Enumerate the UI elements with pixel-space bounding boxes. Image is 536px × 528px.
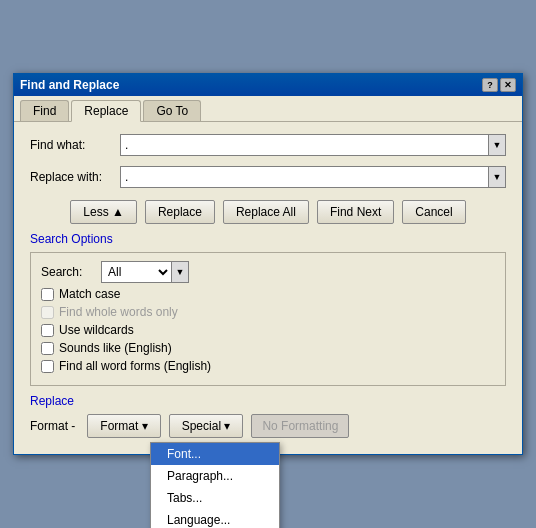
no-formatting-button: No Formatting	[251, 414, 349, 438]
search-select-wrap: All Up Down ▼	[101, 261, 189, 283]
window-title: Find and Replace	[20, 78, 119, 92]
wildcards-label: Use wildcards	[59, 323, 134, 337]
action-buttons: Less ▲ Replace Replace All Find Next Can…	[30, 200, 506, 224]
less-button[interactable]: Less ▲	[70, 200, 137, 224]
search-options-panel: Search: All Up Down ▼ Match case Find wh…	[30, 252, 506, 386]
format-dash-label: Format -	[30, 419, 75, 433]
find-what-input[interactable]	[120, 134, 488, 156]
tab-find[interactable]: Find	[20, 100, 69, 121]
sounds-like-label: Sounds like (English)	[59, 341, 172, 355]
find-what-label: Find what:	[30, 138, 120, 152]
menu-item-tabs[interactable]: Tabs...	[151, 487, 279, 509]
word-forms-checkbox[interactable]	[41, 360, 54, 373]
dialog-content: Find what: ▼ Replace with: ▼ Less ▲ Repl…	[14, 122, 522, 454]
tab-bar: Find Replace Go To	[14, 96, 522, 122]
word-forms-label: Find all word forms (English)	[59, 359, 211, 373]
close-button[interactable]: ✕	[500, 78, 516, 92]
sounds-like-row: Sounds like (English)	[41, 341, 495, 355]
replace-with-dropdown[interactable]: ▼	[488, 166, 506, 188]
whole-words-checkbox	[41, 306, 54, 319]
search-row: Search: All Up Down ▼	[41, 261, 495, 283]
match-case-row: Match case	[41, 287, 495, 301]
title-bar-title: Find and Replace	[20, 78, 119, 92]
replace-button[interactable]: Replace	[145, 200, 215, 224]
title-bar: Find and Replace ? ✕	[14, 74, 522, 96]
find-replace-window: Find and Replace ? ✕ Find Replace Go To …	[13, 73, 523, 455]
format-row: Format - Format ▾ Special ▾ No Formattin…	[30, 414, 506, 438]
find-what-row: Find what: ▼	[30, 134, 506, 156]
replace-with-row: Replace with: ▼	[30, 166, 506, 188]
tab-goto[interactable]: Go To	[143, 100, 201, 121]
cancel-button[interactable]: Cancel	[402, 200, 465, 224]
find-what-dropdown[interactable]: ▼	[488, 134, 506, 156]
format-dropdown-menu: Font... Paragraph... Tabs... Language...…	[150, 442, 280, 528]
replace-with-label: Replace with:	[30, 170, 120, 184]
menu-item-language[interactable]: Language...	[151, 509, 279, 528]
search-options-label[interactable]: Search Options	[30, 232, 506, 246]
wildcards-row: Use wildcards	[41, 323, 495, 337]
help-button[interactable]: ?	[482, 78, 498, 92]
replace-all-button[interactable]: Replace All	[223, 200, 309, 224]
wildcards-checkbox[interactable]	[41, 324, 54, 337]
whole-words-row: Find whole words only	[41, 305, 495, 319]
search-select[interactable]: All Up Down	[101, 261, 171, 283]
title-bar-controls: ? ✕	[482, 78, 516, 92]
replace-with-input-wrap: ▼	[120, 166, 506, 188]
find-what-input-wrap: ▼	[120, 134, 506, 156]
menu-item-paragraph[interactable]: Paragraph...	[151, 465, 279, 487]
search-label: Search:	[41, 265, 101, 279]
match-case-label: Match case	[59, 287, 120, 301]
search-dropdown-arrow[interactable]: ▼	[171, 261, 189, 283]
whole-words-label: Find whole words only	[59, 305, 178, 319]
find-next-button[interactable]: Find Next	[317, 200, 394, 224]
word-forms-row: Find all word forms (English)	[41, 359, 495, 373]
tab-replace[interactable]: Replace	[71, 100, 141, 122]
menu-item-font[interactable]: Font...	[151, 443, 279, 465]
sounds-like-checkbox[interactable]	[41, 342, 54, 355]
replace-with-input[interactable]	[120, 166, 488, 188]
match-case-checkbox[interactable]	[41, 288, 54, 301]
special-button[interactable]: Special ▾	[169, 414, 244, 438]
format-button[interactable]: Format ▾	[87, 414, 160, 438]
replace-section-label[interactable]: Replace	[30, 394, 506, 408]
